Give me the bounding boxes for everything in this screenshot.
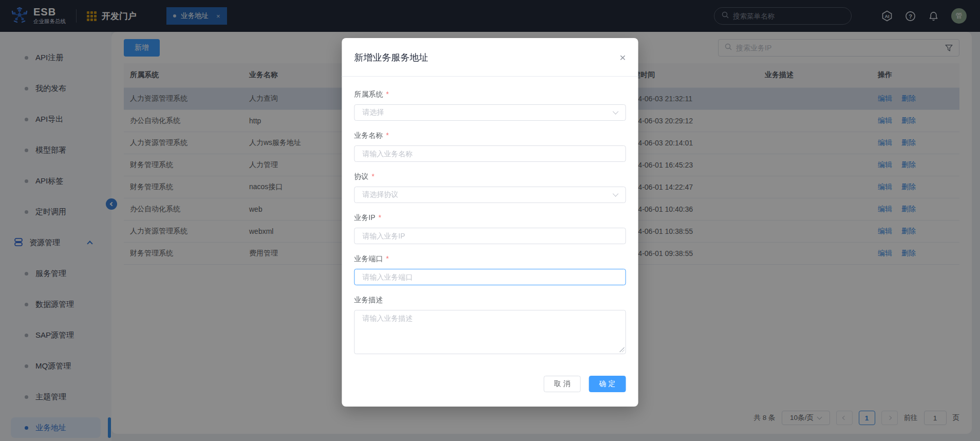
- protocol-select[interactable]: 请选择协议: [354, 187, 626, 203]
- required-mark: *: [386, 254, 389, 263]
- confirm-button[interactable]: 确 定: [589, 376, 626, 392]
- required-mark: *: [372, 172, 374, 180]
- dialog-title: 新增业务服务地址: [354, 51, 428, 64]
- required-mark: *: [379, 213, 381, 222]
- field-label-system: 所属系统: [354, 90, 383, 99]
- chevron-down-icon: [613, 191, 618, 196]
- field-label-protocol: 协议: [354, 172, 369, 181]
- add-business-address-dialog: 新增业务服务地址 × 所属系统* 请选择 业务名称* 协议* 请选择协议 业务I…: [342, 38, 638, 407]
- field-label-description: 业务描述: [354, 296, 383, 305]
- field-label-port: 业务端口: [354, 254, 383, 264]
- close-icon[interactable]: ×: [619, 52, 626, 63]
- required-mark: *: [386, 131, 389, 139]
- business-description-textarea[interactable]: [354, 310, 626, 354]
- field-label-name: 业务名称: [354, 131, 383, 140]
- cancel-button[interactable]: 取 消: [544, 376, 581, 392]
- required-mark: *: [386, 90, 389, 98]
- chevron-down-icon: [613, 108, 618, 114]
- description-textarea-wrap: [354, 310, 626, 354]
- system-select[interactable]: 请选择: [354, 104, 626, 121]
- field-label-ip: 业务IP: [354, 213, 375, 223]
- business-port-input[interactable]: [354, 269, 626, 285]
- business-name-input[interactable]: [354, 145, 626, 162]
- business-ip-input[interactable]: [354, 228, 626, 244]
